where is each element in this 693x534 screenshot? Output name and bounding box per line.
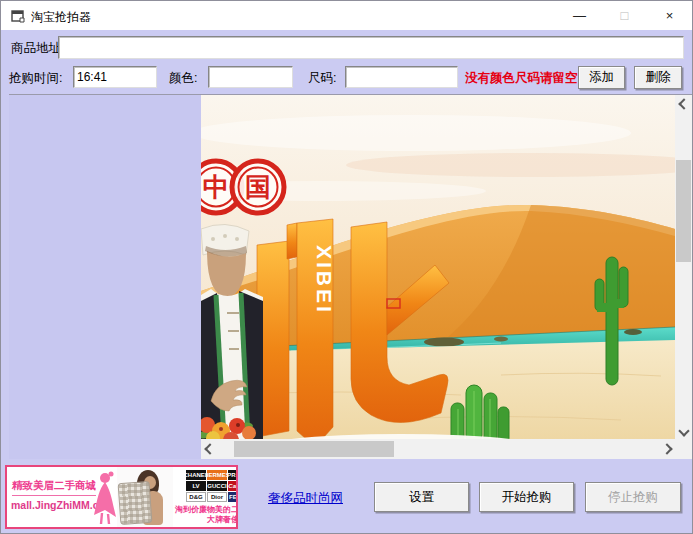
settings-button[interactable]: 设置	[374, 482, 469, 512]
brand-tile: Dior	[207, 492, 227, 502]
scrollbar-corner	[675, 439, 692, 459]
titlebar: 淘宝抢拍器 — □ ×	[1, 1, 692, 30]
stamp-guo: 国	[232, 161, 284, 213]
photo-checkered-bag	[118, 481, 153, 525]
h-scroll-thumb[interactable]	[234, 441, 394, 457]
svg-text:中: 中	[203, 172, 229, 202]
size-input[interactable]	[345, 66, 458, 88]
size-label: 尺码:	[308, 70, 336, 87]
maximize-button: □	[602, 1, 647, 30]
purchase-time-input[interactable]	[73, 66, 157, 88]
delete-button[interactable]: 删除	[634, 66, 682, 89]
ad-banner[interactable]: 精致美眉二手商城 mall.JingZhiMM.cn CHANEL HERMES	[5, 465, 238, 529]
purchase-time-label: 抢购时间:	[9, 70, 62, 87]
image-panel: 北 XIBEI 中	[9, 94, 692, 459]
brand-tile: FENDI	[228, 492, 238, 502]
ad-title: 精致美眉二手商城	[12, 479, 96, 496]
brand-tile: CHANEL	[186, 470, 206, 480]
chevron-down-icon	[678, 425, 689, 436]
brand-tile: Cartier	[228, 481, 238, 491]
app-icon	[11, 9, 25, 27]
product-url-label: 商品地址:	[11, 40, 64, 57]
scroll-left-button[interactable]	[201, 440, 218, 457]
v-scroll-thumb[interactable]	[676, 160, 691, 262]
window-title: 淘宝抢拍器	[31, 9, 91, 26]
luxury-site-link[interactable]: 奢侈品时尚网	[268, 490, 343, 507]
ad-slogan-line1: 淘到价廉物美的二手	[175, 505, 238, 515]
close-button[interactable]: ×	[647, 1, 692, 30]
color-label: 颜色:	[169, 70, 197, 87]
add-button[interactable]: 添加	[578, 66, 625, 89]
brand-tile: GUCCI	[207, 481, 227, 491]
xibei-vertical-text: XIBEI	[313, 245, 336, 315]
stop-button[interactable]: 停止抢购	[585, 482, 681, 512]
scroll-down-button[interactable]	[675, 422, 692, 439]
v-scrollbar[interactable]	[675, 95, 692, 439]
brand-tile: LV	[186, 481, 206, 491]
color-input[interactable]	[208, 66, 293, 88]
brand-tile: HERMES	[207, 470, 227, 480]
image-scrollpane: 北 XIBEI 中	[201, 95, 692, 459]
product-image: 北 XIBEI 中	[201, 95, 675, 439]
scroll-up-button[interactable]	[675, 95, 692, 112]
china-stamps: 中 国	[201, 161, 284, 213]
start-button[interactable]: 开始抢购	[479, 482, 574, 512]
ad-slogan-line2: 大牌奢侈品	[175, 515, 238, 525]
brand-tile: PRADA	[228, 470, 238, 480]
color-size-hint: 没有颜色尺码请留空	[465, 70, 578, 87]
image-viewport: 北 XIBEI 中	[201, 95, 675, 439]
scroll-right-button[interactable]	[658, 440, 675, 457]
ad-brands-block: CHANEL HERMES PRADA LV GUCCI Cartier D&G…	[173, 467, 238, 527]
brand-tile: D&G	[186, 492, 206, 502]
product-url-input[interactable]	[58, 36, 684, 59]
window: 淘宝抢拍器 — □ × 商品地址: 抢购时间: 颜色: 尺码: 没有颜色尺码请留…	[0, 0, 693, 534]
svg-text:国: 国	[245, 172, 271, 202]
ad-url: mall.JingZhiMM.cn	[11, 499, 105, 511]
woman-silhouette-icon	[93, 471, 117, 529]
big-char-text: 北	[261, 192, 441, 393]
minimize-button[interactable]: —	[557, 1, 602, 30]
ad-text-block: 精致美眉二手商城 mall.JingZhiMM.cn	[7, 467, 117, 527]
chevron-up-icon	[678, 98, 689, 109]
h-scrollbar[interactable]	[201, 439, 675, 459]
ad-photo	[117, 467, 173, 527]
chevron-left-icon	[204, 443, 215, 454]
brand-logo-grid: CHANEL HERMES PRADA LV GUCCI Cartier D&G…	[175, 470, 238, 502]
chevron-right-icon	[661, 443, 672, 454]
